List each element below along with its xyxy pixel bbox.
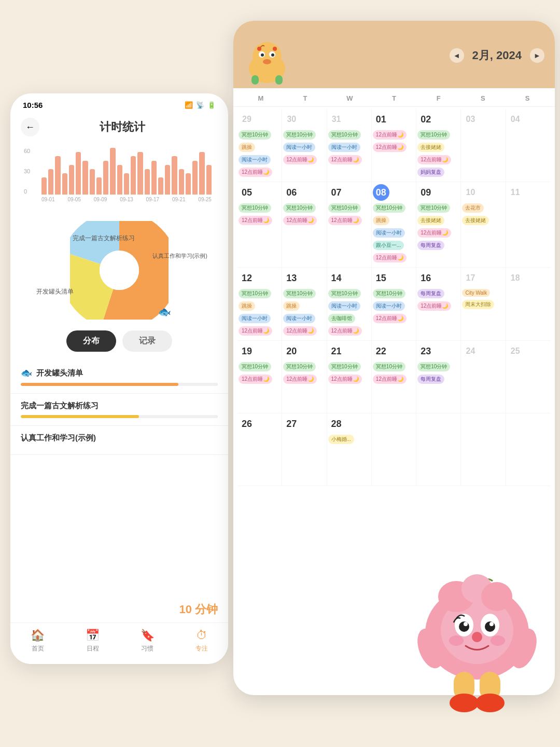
event-tag[interactable]: 妈妈复盘	[417, 168, 444, 177]
calendar-day[interactable]: 22冥想10分钟12点前睡🌙	[372, 341, 416, 413]
calendar-day[interactable]: 26	[237, 413, 282, 486]
event-tag[interactable]: 阅读一小时	[283, 143, 315, 152]
event-tag[interactable]: 跳操	[239, 301, 255, 311]
calendar-day[interactable]: 08冥想10分钟跳操阅读一小时跟小豆一...12点前睡🌙	[372, 182, 416, 268]
calendar-day[interactable]	[461, 413, 506, 486]
event-tag[interactable]: 去接姥姥	[417, 216, 444, 225]
event-tag[interactable]: 12点前睡🌙	[239, 375, 272, 384]
calendar-day[interactable]: 04	[506, 109, 551, 182]
calendar-day[interactable]: 31冥想10分钟阅读一小时12点前睡🌙	[327, 109, 372, 182]
event-tag[interactable]: 12点前睡🌙	[417, 155, 451, 164]
event-tag[interactable]: 12点前睡🌙	[239, 326, 272, 336]
event-tag[interactable]: 去接姥姥	[462, 216, 489, 225]
nav-schedule[interactable]: 📅 日程	[86, 629, 100, 653]
event-tag[interactable]: 12点前睡🌙	[328, 216, 362, 225]
event-tag[interactable]: 冥想10分钟	[283, 203, 316, 213]
tab-record[interactable]: 记录	[122, 330, 172, 352]
event-tag[interactable]: 阅读一小时	[328, 143, 360, 152]
event-tag[interactable]: 12点前睡🌙	[373, 143, 407, 152]
event-tag[interactable]: 12点前睡🌙	[328, 326, 362, 336]
event-tag[interactable]: 12点前睡🌙	[283, 326, 317, 336]
calendar-day[interactable]: 14冥想10分钟阅读一小时去咖啡馆12点前睡🌙	[327, 268, 372, 341]
event-tag[interactable]: 12点前睡🌙	[417, 301, 451, 311]
event-tag[interactable]: 冥想10分钟	[283, 362, 316, 371]
nav-habits[interactable]: 🔖 习惯	[141, 629, 155, 653]
calendar-day[interactable]	[416, 413, 461, 486]
calendar-day[interactable]: 12冥想10分钟跳操阅读一小时12点前睡🌙	[237, 268, 282, 341]
calendar-day[interactable]: 27	[282, 413, 327, 486]
event-tag[interactable]: 12点前睡🌙	[373, 375, 407, 384]
event-tag[interactable]: 阅读一小时	[283, 314, 315, 323]
calendar-day[interactable]: 09冥想10分钟去接姥姥12点前睡🌙每周复盘	[416, 182, 461, 268]
event-tag[interactable]: 每周复盘	[417, 241, 444, 250]
next-month-button[interactable]: ►	[530, 48, 544, 63]
calendar-day[interactable]: 29冥想10分钟跳操阅读一小时12点前睡🌙	[237, 109, 282, 182]
event-tag[interactable]: 冥想10分钟	[373, 203, 405, 213]
event-tag[interactable]: 每周复盘	[417, 375, 444, 384]
calendar-day[interactable]: 25	[506, 341, 551, 413]
event-tag[interactable]: 12点前睡🌙	[373, 253, 407, 262]
event-tag[interactable]: 阅读一小时	[373, 228, 405, 238]
event-tag[interactable]: 12点前睡🌙	[283, 375, 317, 384]
event-tag[interactable]: 12点前睡🌙	[373, 130, 407, 140]
event-tag[interactable]: 阅读一小时	[239, 155, 271, 164]
calendar-day[interactable]: 0112点前睡🌙12点前睡🌙	[372, 109, 416, 182]
calendar-day[interactable]: 23冥想10分钟每周复盘	[416, 341, 461, 413]
event-tag[interactable]: 去花市	[462, 203, 484, 213]
event-tag[interactable]: 冥想10分钟	[417, 130, 450, 140]
event-tag[interactable]: 冥想10分钟	[373, 362, 405, 371]
event-tag[interactable]: 12点前睡🌙	[328, 155, 362, 164]
event-tag[interactable]: 冥想10分钟	[328, 203, 361, 213]
event-tag[interactable]: 冥想10分钟	[283, 130, 316, 140]
calendar-day[interactable]: 13冥想10分钟跳操阅读一小时12点前睡🌙	[282, 268, 327, 341]
event-tag[interactable]: 冥想10分钟	[239, 130, 271, 140]
calendar-day[interactable]: 24	[461, 341, 506, 413]
prev-month-button[interactable]: ◄	[450, 48, 464, 63]
event-tag[interactable]: 12点前睡🌙	[373, 314, 407, 323]
calendar-day[interactable]	[506, 413, 551, 486]
event-tag[interactable]: 去咖啡馆	[328, 314, 355, 323]
event-tag[interactable]: 冥想10分钟	[239, 203, 271, 213]
event-tag[interactable]: 12点前睡🌙	[283, 216, 317, 225]
calendar-day[interactable]: 06冥想10分钟12点前睡🌙	[282, 182, 327, 268]
event-tag[interactable]: 冥想10分钟	[373, 289, 405, 298]
event-tag[interactable]: 每周复盘	[417, 289, 444, 298]
calendar-day[interactable]: 11	[506, 182, 551, 268]
calendar-day[interactable]: 03	[461, 109, 506, 182]
calendar-day[interactable]: 19冥想10分钟12点前睡🌙	[237, 341, 282, 413]
calendar-day[interactable]: 28小梅婚...	[327, 413, 372, 486]
calendar-day[interactable]: 07冥想10分钟12点前睡🌙	[327, 182, 372, 268]
event-tag[interactable]: 阅读一小时	[239, 314, 271, 323]
event-tag[interactable]: 冥想10分钟	[328, 289, 361, 298]
calendar-day[interactable]: 30冥想10分钟阅读一小时12点前睡🌙	[282, 109, 327, 182]
event-tag[interactable]: 冥想10分钟	[328, 130, 361, 140]
calendar-day[interactable]: 21冥想10分钟12点前睡🌙	[327, 341, 372, 413]
event-tag[interactable]: 周末大扫除	[462, 300, 494, 309]
back-button[interactable]: ←	[21, 118, 39, 136]
event-tag[interactable]: 12点前睡🌙	[417, 228, 451, 238]
calendar-day[interactable]: 15冥想10分钟阅读一小时12点前睡🌙	[372, 268, 416, 341]
calendar-day[interactable]: 02冥想10分钟去接姥姥12点前睡🌙妈妈复盘	[416, 109, 461, 182]
event-tag[interactable]: 12点前睡🌙	[239, 168, 272, 177]
event-tag[interactable]: 跳操	[373, 216, 389, 225]
calendar-day[interactable]: 16每周复盘12点前睡🌙	[416, 268, 461, 341]
event-tag[interactable]: 去接姥姥	[417, 143, 444, 152]
event-tag[interactable]: 跳操	[239, 143, 255, 152]
event-tag[interactable]: 冥想10分钟	[417, 203, 450, 213]
calendar-day[interactable]: 10去花市去接姥姥	[461, 182, 506, 268]
event-tag[interactable]: 12点前睡🌙	[239, 216, 272, 225]
event-tag[interactable]: 冥想10分钟	[417, 362, 450, 371]
tab-distribution[interactable]: 分布	[66, 330, 116, 352]
calendar-day[interactable]: 05冥想10分钟12点前睡🌙	[237, 182, 282, 268]
event-tag[interactable]: 跟小豆一...	[373, 241, 404, 250]
nav-home[interactable]: 🏠 首页	[31, 629, 45, 653]
event-tag[interactable]: 冥想10分钟	[283, 289, 316, 298]
event-tag[interactable]: 12点前睡🌙	[283, 155, 317, 164]
event-tag[interactable]: 小梅婚...	[328, 435, 354, 444]
calendar-day[interactable]: 18	[506, 268, 551, 341]
nav-focus[interactable]: ⏱ 专注	[195, 629, 208, 653]
event-tag[interactable]: 跳操	[283, 301, 300, 311]
event-tag[interactable]: 12点前睡🌙	[328, 375, 362, 384]
calendar-day[interactable]	[372, 413, 416, 486]
calendar-day[interactable]: 20冥想10分钟12点前睡🌙	[282, 341, 327, 413]
